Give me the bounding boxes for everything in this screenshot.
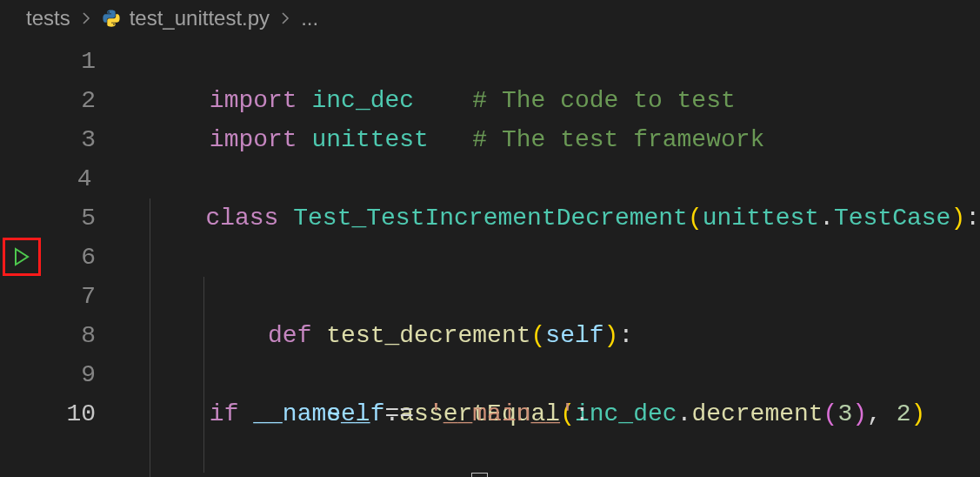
line-number: 6 — [43, 238, 122, 277]
code-editor[interactable]: 1 import inc_dec # The code to test 2 im… — [0, 38, 980, 433]
line-number: 7 — [43, 277, 122, 316]
module-ref: inc_dec — [575, 400, 677, 427]
code-line[interactable]: 1 import inc_dec # The code to test — [0, 42, 980, 81]
module-ref: unittest — [703, 205, 819, 232]
keyword: class — [205, 205, 278, 232]
run-test-highlight-box — [3, 238, 41, 276]
line-number-active: 10 — [43, 394, 122, 433]
paren-close-cursor: ) — [471, 473, 488, 477]
paren-close: ) — [910, 400, 925, 427]
comment: # The test framework — [472, 126, 764, 153]
breadcrumb-file[interactable]: test_unittest.py — [130, 6, 270, 30]
line-number: 3 — [43, 120, 122, 159]
paren-open: ( — [688, 205, 703, 232]
line-number: 9 — [43, 355, 122, 394]
number-literal: 3 — [837, 400, 852, 427]
number-literal: 2 — [897, 400, 911, 427]
line-number: 5 — [43, 198, 122, 238]
paren-open: ( — [823, 400, 838, 427]
method-call: decrement — [691, 400, 823, 427]
chevron-right-icon — [278, 6, 292, 30]
breadcrumb[interactable]: tests test_unittest.py ... — [0, 0, 980, 38]
line-number: 4 — [42, 159, 118, 198]
line-number: 2 — [43, 81, 122, 120]
paren-close: ) — [950, 205, 965, 232]
breadcrumb-trail[interactable]: ... — [301, 6, 318, 30]
play-icon — [13, 247, 30, 266]
module-name: unittest — [311, 126, 428, 153]
keyword: import — [210, 126, 297, 153]
class-ref: TestCase — [834, 205, 950, 232]
code-line[interactable]: 2 import unittest # The test framework — [0, 81, 980, 120]
line-number: 1 — [43, 42, 122, 81]
chevron-right-icon — [79, 6, 93, 30]
line-number: 8 — [43, 316, 122, 355]
code-line[interactable]: 7 self.assertEqual(inc_dec.decrement(3),… — [0, 277, 980, 316]
code-line[interactable]: 4 class Test_TestIncrementDecrement(unit… — [0, 159, 980, 198]
gutter-run-test[interactable] — [0, 238, 43, 276]
python-file-icon — [102, 9, 121, 28]
paren-close: ) — [852, 400, 867, 427]
class-name: Test_TestIncrementDecrement — [293, 205, 688, 232]
breadcrumb-folder[interactable]: tests — [26, 6, 70, 30]
